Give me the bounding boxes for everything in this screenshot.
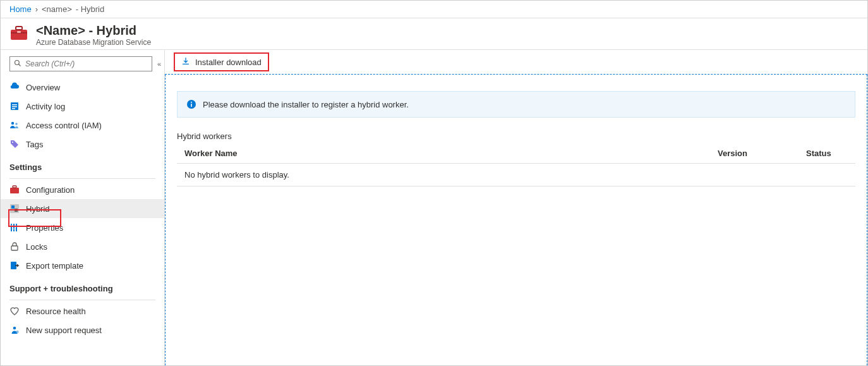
svg-rect-8 <box>12 106 17 107</box>
breadcrumb-name[interactable]: <name> <box>42 4 72 14</box>
svg-rect-20 <box>16 224 17 231</box>
sidebar-item-label: Export template <box>26 261 83 271</box>
installer-download-label: Installer download <box>195 58 262 67</box>
svg-point-11 <box>15 123 18 125</box>
breadcrumb-home[interactable]: Home <box>9 4 32 14</box>
collapse-sidebar-icon[interactable]: « <box>157 60 159 68</box>
blade-header: <Name> - Hybrid Azure Database Migration… <box>1 18 867 49</box>
svg-text:+: + <box>17 331 18 333</box>
breadcrumb-suffix: - Hybrid <box>76 4 105 14</box>
svg-point-4 <box>15 60 20 64</box>
sidebar-item-resource-health[interactable]: Resource health <box>1 302 164 320</box>
svg-rect-3 <box>17 31 21 33</box>
properties-icon <box>9 223 20 233</box>
sidebar-item-export-template[interactable]: Export template <box>1 256 164 275</box>
sidebar-item-label: Hybrid <box>26 204 50 214</box>
table-row-empty: No hybrid workers to display. <box>177 164 855 186</box>
chevron-right-icon: › <box>35 4 38 14</box>
search-input-field[interactable] <box>25 59 148 68</box>
sidebar-item-label: Tags <box>26 140 43 149</box>
hybrid-icon <box>9 204 20 214</box>
sidebar-item-hybrid[interactable]: Hybrid <box>1 199 164 218</box>
svg-point-10 <box>11 122 14 125</box>
sidebar-item-access-control[interactable]: Access control (IAM) <box>1 116 164 135</box>
sidebar-item-overview[interactable]: Overview <box>1 78 164 97</box>
info-icon <box>186 99 196 109</box>
svg-point-12 <box>12 142 13 143</box>
svg-rect-17 <box>15 209 18 212</box>
sidebar-item-label: Access control (IAM) <box>26 121 102 130</box>
toolbox-small-icon <box>9 185 20 195</box>
page-title: <Name> - Hybrid <box>36 23 859 38</box>
sidebar-item-locks[interactable]: Locks <box>1 237 164 256</box>
tag-icon <box>9 139 20 149</box>
sidebar-item-label: New support request <box>26 326 102 335</box>
sidebar: « Overview Activity log Access control <box>1 50 165 365</box>
svg-rect-31 <box>191 104 192 107</box>
svg-point-22 <box>13 228 15 230</box>
sidebar-item-activity-log[interactable]: Activity log <box>1 97 164 116</box>
support-icon: + <box>9 325 20 335</box>
lock-icon <box>9 241 20 252</box>
svg-rect-13 <box>10 188 19 193</box>
toolbar: Installer download <box>165 50 867 75</box>
svg-rect-19 <box>13 224 15 231</box>
col-status[interactable]: Status <box>799 143 855 164</box>
col-version[interactable]: Version <box>710 143 799 164</box>
svg-rect-24 <box>11 246 18 250</box>
svg-rect-2 <box>16 27 22 30</box>
sidebar-item-label: Overview <box>26 83 60 92</box>
sidebar-item-label: Locks <box>26 242 47 252</box>
sidebar-item-configuration[interactable]: Configuration <box>1 180 164 199</box>
svg-point-32 <box>191 102 192 103</box>
divider <box>9 178 155 179</box>
svg-rect-14 <box>13 186 16 188</box>
search-icon <box>14 59 21 69</box>
people-icon <box>9 120 20 130</box>
info-banner: Please download the installer to registe… <box>177 91 855 118</box>
svg-point-26 <box>13 327 16 330</box>
page-subtitle: Azure Database Migration Service <box>36 38 859 47</box>
sidebar-item-new-support-request[interactable]: + New support request <box>1 320 164 339</box>
svg-point-23 <box>16 226 18 228</box>
svg-line-5 <box>19 64 21 66</box>
search-input[interactable] <box>9 56 152 71</box>
sidebar-item-tags[interactable]: Tags <box>1 135 164 154</box>
export-icon <box>9 260 20 271</box>
divider <box>9 300 155 300</box>
sidebar-item-label: Resource health <box>26 307 86 316</box>
sidebar-section-support: Support + troubleshooting <box>1 275 164 297</box>
installer-download-button[interactable]: Installer download <box>174 52 269 71</box>
download-icon <box>181 57 190 68</box>
heart-icon <box>9 306 20 316</box>
svg-rect-9 <box>12 108 15 109</box>
sidebar-item-label: Properties <box>26 223 63 233</box>
hybrid-workers-heading: Hybrid workers <box>177 131 855 141</box>
workers-table: Worker Name Version Status No hybrid wor… <box>177 143 855 186</box>
sidebar-item-properties[interactable]: Properties <box>1 218 164 237</box>
toolbox-icon <box>9 23 28 42</box>
col-worker-name[interactable]: Worker Name <box>177 143 710 164</box>
cloud-icon <box>9 82 20 92</box>
empty-message: No hybrid workers to display. <box>177 164 855 186</box>
breadcrumb: Home › <name> - Hybrid <box>1 1 867 18</box>
log-icon <box>9 101 20 111</box>
svg-rect-7 <box>12 104 17 106</box>
sidebar-item-label: Activity log <box>26 102 65 111</box>
sidebar-item-label: Configuration <box>26 185 75 195</box>
content-pane: Installer download Please download the i… <box>165 50 867 365</box>
svg-point-21 <box>11 225 13 227</box>
svg-rect-16 <box>11 205 15 209</box>
sidebar-section-settings: Settings <box>1 154 164 176</box>
info-message: Please download the installer to registe… <box>203 100 409 109</box>
